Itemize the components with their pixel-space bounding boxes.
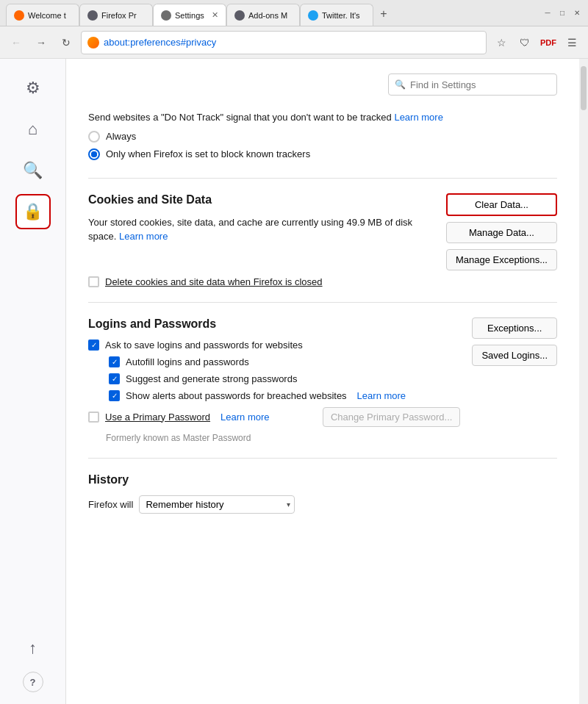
new-tab-button[interactable]: + xyxy=(373,4,394,24)
logins-section-title: Logins and Passwords xyxy=(88,317,460,331)
nav-actions: ☆ 🛡 PDF ☰ xyxy=(491,32,582,53)
sidebar-item-home[interactable]: ⌂ xyxy=(15,112,51,147)
logins-section: Logins and Passwords ✓ Ask to save login… xyxy=(88,302,557,443)
minimize-button[interactable]: ─ xyxy=(542,8,553,18)
saved-logins-button[interactable]: Saved Logins... xyxy=(472,345,557,366)
suggest-checkbox-item[interactable]: ✓ Suggest and generate strong passwords xyxy=(109,373,460,384)
cookies-learn-more-link[interactable]: Learn more xyxy=(119,231,168,242)
history-section-title: History xyxy=(88,473,557,486)
gear-icon: ⚙ xyxy=(26,79,40,98)
autofill-label: Autofill logins and passwords xyxy=(126,356,249,367)
home-icon: ⌂ xyxy=(28,120,37,139)
sidebar-item-general[interactable]: ⚙ xyxy=(15,71,51,106)
find-in-settings-input[interactable] xyxy=(410,79,551,90)
suggest-checkbox: ✓ xyxy=(109,373,120,384)
ask-save-checkbox-item[interactable]: ✓ Ask to save logins and passwords for w… xyxy=(88,340,460,351)
maximize-button[interactable]: □ xyxy=(557,8,567,18)
manage-exceptions-button[interactable]: Manage Exceptions... xyxy=(446,249,557,270)
primary-pw-learn-more-link[interactable]: Learn more xyxy=(220,412,269,423)
suggest-label: Suggest and generate strong passwords xyxy=(126,373,297,384)
browser-content: ⚙ ⌂ 🔍 🔒 ↑ ? xyxy=(0,59,588,704)
history-select[interactable]: Remember history Never remember history … xyxy=(139,495,295,514)
sidebar: ⚙ ⌂ 🔍 🔒 ↑ ? xyxy=(0,59,66,704)
tab-label-welcome: Welcome t xyxy=(28,11,71,20)
pdf-icon[interactable]: PDF xyxy=(538,32,559,53)
cookies-storage-text: Your stored cookies, site data, and cach… xyxy=(88,215,434,244)
sidebar-item-search[interactable]: 🔍 xyxy=(15,153,51,188)
primary-password-row: Use a Primary Password Learn more Change… xyxy=(88,407,460,427)
tab-settings[interactable]: Settings ✕ xyxy=(153,4,226,26)
tab-welcome[interactable]: Welcome t xyxy=(6,4,79,26)
search-bar[interactable]: 🔍 xyxy=(388,73,557,96)
manage-data-button[interactable]: Manage Data... xyxy=(446,222,557,243)
address-text: about:preferences#privacy xyxy=(104,37,480,48)
search-bar-container: 🔍 xyxy=(88,73,557,96)
cookies-section: Cookies and Site Data Your stored cookie… xyxy=(88,178,557,287)
dnt-radio-always-circle xyxy=(88,131,100,143)
logins-header-row: Logins and Passwords ✓ Ask to save login… xyxy=(88,317,557,443)
shield-icon[interactable]: 🛡 xyxy=(514,32,535,53)
tab-close-settings[interactable]: ✕ xyxy=(212,10,218,20)
cookies-button-group: Clear Data... Manage Data... Manage Exce… xyxy=(446,193,557,270)
primary-password-left: Use a Primary Password Learn more xyxy=(88,412,270,423)
history-select-wrapper: Remember history Never remember history … xyxy=(139,495,295,514)
dnt-description: Send websites a "Do Not Track" signal th… xyxy=(88,110,557,125)
dnt-description-text: Send websites a "Do Not Track" signal th… xyxy=(88,112,392,123)
tab-icon-settings xyxy=(161,10,171,21)
menu-button[interactable]: ☰ xyxy=(562,32,582,53)
back-button[interactable]: ← xyxy=(6,32,26,53)
reload-button[interactable]: ↻ xyxy=(56,32,76,53)
delete-cookies-checkbox-item[interactable]: Delete cookies and site data when Firefo… xyxy=(88,276,557,287)
search-icon: 🔍 xyxy=(23,161,43,180)
dnt-learn-more-link[interactable]: Learn more xyxy=(394,112,442,123)
formerly-text: Formerly known as Master Password xyxy=(106,433,460,443)
sidebar-item-privacy[interactable]: 🔒 xyxy=(15,194,51,229)
show-alerts-learn-more-link[interactable]: Learn more xyxy=(357,390,406,401)
tab-icon-twitter xyxy=(308,10,318,21)
tab-icon-firefox-privacy xyxy=(87,10,98,21)
tab-twitter[interactable]: Twitter. It's xyxy=(300,4,373,26)
nav-bar: ← → ↻ about:preferences#privacy ☆ 🛡 PDF … xyxy=(0,26,588,59)
close-button[interactable]: ✕ xyxy=(572,8,582,18)
dnt-radio-only-when-blocking[interactable]: Only when Firefox is set to block known … xyxy=(88,148,557,160)
show-alerts-checkbox-item[interactable]: ✓ Show alerts about passwords for breach… xyxy=(109,390,460,401)
scrollbar-thumb[interactable] xyxy=(581,66,587,110)
change-primary-password-button[interactable]: Change Primary Password... xyxy=(323,407,460,427)
cookies-left: Cookies and Site Data Your stored cookie… xyxy=(88,193,434,248)
dnt-radio-always-label: Always xyxy=(106,131,136,142)
tab-label-addons: Add-ons M xyxy=(248,11,292,20)
dnt-radio-always[interactable]: Always xyxy=(88,131,557,143)
tab-icon-addons xyxy=(234,10,245,21)
clear-data-button[interactable]: Clear Data... xyxy=(446,193,557,216)
ask-save-checkbox: ✓ xyxy=(88,340,99,351)
show-alerts-label: Show alerts about passwords for breached… xyxy=(126,390,347,401)
scrollbar-right[interactable] xyxy=(579,59,588,704)
dnt-radio-only-label: Only when Firefox is set to block known … xyxy=(106,148,310,159)
dnt-radio-group: Always Only when Firefox is set to block… xyxy=(88,131,557,160)
history-row: Firefox will Remember history Never reme… xyxy=(88,495,557,514)
settings-content: 🔍 Send websites a "Do Not Track" signal … xyxy=(66,59,579,704)
cookies-section-title: Cookies and Site Data xyxy=(88,193,434,206)
delete-cookies-label: Delete cookies and site data when Firefo… xyxy=(105,276,323,287)
lock-icon: 🔒 xyxy=(23,202,43,221)
primary-pw-checkbox xyxy=(88,412,99,423)
primary-pw-checkbox-item[interactable]: Use a Primary Password xyxy=(88,412,210,423)
bookmark-star-icon[interactable]: ☆ xyxy=(491,32,512,53)
tab-label-settings: Settings xyxy=(175,11,208,20)
forward-button[interactable]: → xyxy=(31,32,51,53)
tab-label-firefox-privacy: Firefox Pr xyxy=(101,11,145,20)
firefox-logo-icon xyxy=(87,37,99,49)
primary-pw-label: Use a Primary Password xyxy=(105,412,210,423)
tab-firefox-privacy[interactable]: Firefox Pr xyxy=(79,4,153,26)
sidebar-item-sync[interactable]: ↑ xyxy=(15,631,51,666)
address-bar[interactable]: about:preferences#privacy xyxy=(81,31,487,54)
exceptions-button[interactable]: Exceptions... xyxy=(472,317,557,339)
sidebar-item-help[interactable]: ? xyxy=(23,672,43,692)
dnt-radio-only-circle xyxy=(88,148,100,160)
autofill-checkbox-item[interactable]: ✓ Autofill logins and passwords xyxy=(109,356,460,367)
browser-frame: Welcome t Firefox Pr Settings ✕ Add-ons … xyxy=(0,0,588,704)
logins-button-group: Exceptions... Saved Logins... xyxy=(472,317,557,366)
sync-icon: ↑ xyxy=(29,639,37,658)
tab-addons[interactable]: Add-ons M xyxy=(226,4,300,26)
dnt-section: Send websites a "Do Not Track" signal th… xyxy=(88,110,557,160)
